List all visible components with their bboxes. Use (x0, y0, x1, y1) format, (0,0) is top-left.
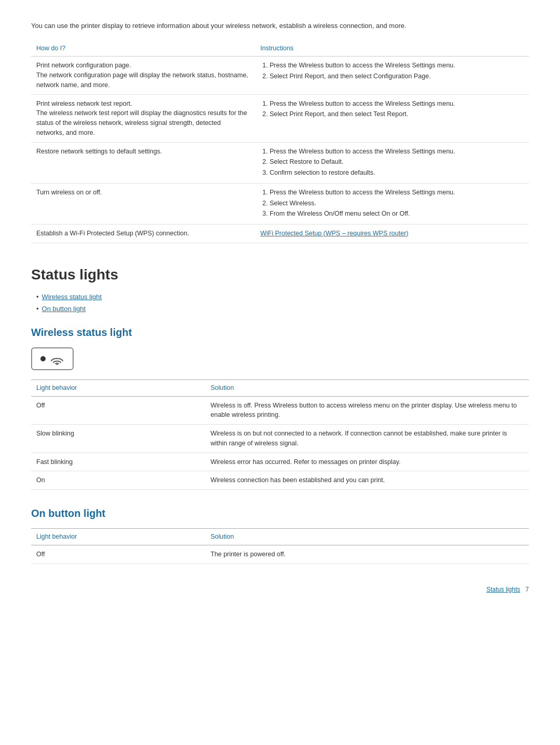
wireless-table-row: OnWireless connection has been establish… (31, 471, 529, 490)
wps-link[interactable]: WiFi Protected Setup (WPS – requires WPS… (260, 230, 409, 237)
how-col1-header: How do I? (31, 40, 255, 57)
light-solution-cell: Wireless error has occurred. Refer to me… (205, 453, 529, 471)
wireless-dot-icon (40, 356, 46, 361)
how-table-row: Turn wireless on or off.Press the Wirele… (31, 183, 529, 224)
on-button-light-table: Light behavior Solution OffThe printer i… (31, 528, 529, 564)
wireless-status-light-title: Wireless status light (31, 325, 529, 340)
light-behavior-cell: Slow blinking (31, 425, 205, 453)
on-button-light-section: On button light Light behavior Solution … (31, 505, 529, 564)
status-lights-bullets: Wireless status lightOn button light (31, 292, 529, 314)
how-instructions-cell: Press the Wireless button to access the … (255, 94, 529, 142)
status-lights-section: Status lights Wireless status lightOn bu… (31, 264, 529, 564)
how-table-row: Establish a Wi-Fi Protected Setup (WPS) … (31, 224, 529, 243)
instruction-item: Select Print Report, and then select Con… (270, 72, 524, 81)
status-bullet-item: Wireless status light (36, 292, 529, 302)
wireless-col1-header: Light behavior (31, 379, 205, 396)
instruction-item: Select Restore to Default. (270, 157, 524, 167)
wireless-table-row: OffWireless is off. Press Wireless butto… (31, 396, 529, 425)
wireless-waves-icon (50, 353, 64, 365)
footer-label: Status lights (486, 585, 520, 594)
status-bullet-item: On button light (36, 304, 529, 314)
on-button-table-row: OffThe printer is powered off. (31, 545, 529, 564)
instruction-item: Press the Wireless button to access the … (270, 99, 524, 109)
instruction-item: Press the Wireless button to access the … (270, 61, 524, 71)
svg-point-0 (57, 363, 58, 365)
light-solution-cell: Wireless is on but not connected to a ne… (205, 425, 529, 453)
how-instructions-cell: Press the Wireless button to access the … (255, 183, 529, 224)
instruction-item: Confirm selection to restore defaults. (270, 168, 524, 178)
how-question-cell: Print network configuration page.The net… (31, 57, 255, 94)
footer-page: 7 (525, 585, 529, 594)
how-col2-header: Instructions (255, 40, 529, 57)
how-table-row: Print network configuration page.The net… (31, 57, 529, 94)
how-question-cell: Print wireless network test report.The w… (31, 94, 255, 142)
how-instructions-cell: WiFi Protected Setup (WPS – requires WPS… (255, 224, 529, 243)
how-question-cell: Restore network settings to default sett… (31, 142, 255, 183)
intro-paragraph: You can use the printer display to retri… (31, 21, 529, 31)
on-button-behavior-cell: Off (31, 545, 205, 564)
on-button-solution-cell: The printer is powered off. (205, 545, 529, 564)
how-question-cell: Turn wireless on or off. (31, 183, 255, 224)
how-instructions-cell: Press the Wireless button to access the … (255, 142, 529, 183)
on-button-col1-header: Light behavior (31, 529, 205, 545)
how-table-row: Print wireless network test report.The w… (31, 94, 529, 142)
status-bullet-link[interactable]: Wireless status light (42, 293, 102, 301)
instruction-item: Select Print Report, and then select Tes… (270, 109, 524, 119)
wireless-light-table: Light behavior Solution OffWireless is o… (31, 379, 529, 490)
how-do-i-table: How do I? Instructions Print network con… (31, 40, 529, 243)
wireless-icon-box (31, 347, 74, 370)
instruction-item: Press the Wireless button to access the … (270, 147, 524, 157)
footer: Status lights 7 (31, 585, 529, 594)
instruction-item: From the Wireless On/Off menu select On … (270, 209, 524, 219)
light-behavior-cell: On (31, 471, 205, 490)
on-button-col2-header: Solution (205, 529, 529, 545)
instruction-item: Press the Wireless button to access the … (270, 188, 524, 198)
how-instructions-cell: Press the Wireless button to access the … (255, 57, 529, 94)
status-lights-title: Status lights (31, 264, 529, 286)
light-behavior-cell: Off (31, 396, 205, 425)
wireless-table-row: Slow blinkingWireless is on but not conn… (31, 425, 529, 453)
light-solution-cell: Wireless connection has been established… (205, 471, 529, 490)
how-question-cell: Establish a Wi-Fi Protected Setup (WPS) … (31, 224, 255, 243)
instruction-item: Select Wireless. (270, 199, 524, 208)
light-behavior-cell: Fast blinking (31, 453, 205, 471)
status-bullet-link[interactable]: On button light (42, 305, 86, 313)
how-table-row: Restore network settings to default sett… (31, 142, 529, 183)
light-solution-cell: Wireless is off. Press Wireless button t… (205, 396, 529, 425)
on-button-light-title: On button light (31, 505, 529, 521)
wireless-col2-header: Solution (205, 379, 529, 396)
wireless-table-row: Fast blinkingWireless error has occurred… (31, 453, 529, 471)
wireless-status-light-section: Wireless status light (31, 325, 529, 490)
